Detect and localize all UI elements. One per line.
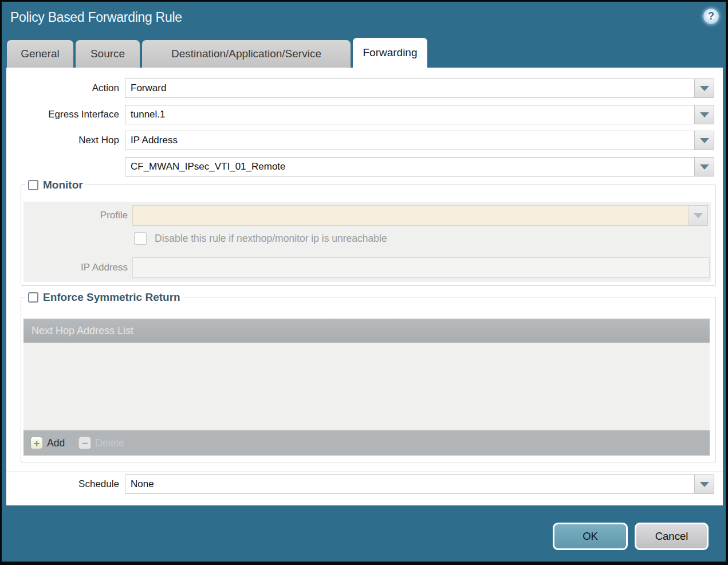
next-hop-type-dropdown-button[interactable] [695, 131, 714, 150]
profile-label: Profile [23, 210, 128, 221]
schedule-dropdown[interactable]: None [125, 474, 695, 494]
delete-minus-icon: − [78, 437, 91, 449]
dialog-titlebar: Policy Based Forwarding Rule ? [0, 0, 728, 38]
monitor-ip-label: IP Address [23, 262, 128, 273]
action-row: Action Forward [6, 79, 714, 98]
add-plus-icon: + [30, 437, 43, 449]
monitor-fieldset: Monitor Profile Disable this rule if nex… [21, 185, 716, 286]
tab-general[interactable]: General [7, 40, 73, 68]
action-dropdown[interactable]: Forward [125, 79, 695, 98]
add-button[interactable]: + Add [30, 437, 65, 449]
profile-row: Profile [23, 205, 708, 226]
disable-rule-label: Disable this rule if nexthop/monitor ip … [155, 233, 387, 245]
next-hop-address-dropdown[interactable]: CF_MWAN_IPsec_VTI_01_Remote [125, 157, 695, 176]
next-hop-address-table-header: Next Hop Address List [23, 319, 710, 343]
delete-button-label: Delete [95, 437, 124, 449]
tab-forwarding[interactable]: Forwarding [353, 38, 427, 68]
chevron-down-icon [700, 86, 709, 91]
chevron-down-icon [694, 213, 703, 218]
monitor-checkbox[interactable] [28, 180, 38, 190]
tab-destination-application-service[interactable]: Destination/Application/Service [142, 40, 351, 68]
schedule-row: Schedule None [6, 474, 714, 494]
schedule-dropdown-button[interactable] [695, 474, 714, 494]
cancel-button[interactable]: Cancel [635, 523, 709, 550]
next-hop-type-dropdown[interactable]: IP Address [125, 131, 695, 150]
chevron-down-icon [700, 112, 709, 117]
disable-rule-checkbox [134, 232, 147, 245]
add-button-label: Add [47, 437, 65, 449]
help-icon[interactable]: ? [703, 9, 719, 24]
schedule-separator [6, 472, 723, 472]
action-label: Action [6, 83, 119, 94]
egress-interface-row: Egress Interface tunnel.1 [6, 105, 714, 124]
dialog-title: Policy Based Forwarding Rule [10, 10, 182, 25]
action-dropdown-button[interactable] [695, 79, 714, 98]
egress-interface-dropdown-button[interactable] [695, 105, 714, 124]
next-hop-label: Next Hop [6, 135, 119, 146]
profile-dropdown [132, 205, 688, 226]
chevron-down-icon [700, 164, 709, 170]
next-hop-address-dropdown-button[interactable] [695, 157, 714, 176]
next-hop-address-row: CF_MWAN_IPsec_VTI_01_Remote [6, 157, 714, 176]
ok-button[interactable]: OK [553, 523, 628, 550]
next-hop-address-table-body [23, 343, 710, 430]
chevron-down-icon [700, 482, 709, 487]
profile-dropdown-button [688, 205, 708, 226]
tab-source[interactable]: Source [76, 40, 140, 68]
chevron-down-icon [700, 138, 709, 143]
egress-interface-label: Egress Interface [6, 109, 119, 120]
symmetric-return-checkbox[interactable] [28, 292, 38, 303]
symmetric-return-legend-label: Enforce Symmetric Return [43, 291, 180, 304]
next-hop-row: Next Hop IP Address [6, 131, 714, 150]
next-hop-address-table-toolbar: + Add − Delete [23, 430, 710, 456]
next-hop-address-table: Next Hop Address List + Add − Delete [23, 319, 710, 456]
monitor-legend-label: Monitor [43, 179, 83, 191]
schedule-label: Schedule [6, 478, 119, 490]
disable-rule-row: Disable this rule if nexthop/monitor ip … [23, 232, 387, 245]
monitor-ip-row: IP Address [23, 257, 710, 278]
symmetric-return-legend: Enforce Symmetric Return [25, 291, 183, 304]
monitor-ip-field [132, 257, 710, 278]
monitor-legend: Monitor [25, 179, 86, 191]
monitor-panel: Profile Disable this rule if nexthop/mon… [23, 202, 711, 282]
symmetric-return-fieldset: Enforce Symmetric Return Next Hop Addres… [21, 297, 716, 462]
forwarding-tab-panel: Action Forward Egress Interface tunnel.1… [6, 68, 723, 505]
egress-interface-dropdown[interactable]: tunnel.1 [125, 105, 695, 124]
delete-button: − Delete [78, 437, 124, 449]
